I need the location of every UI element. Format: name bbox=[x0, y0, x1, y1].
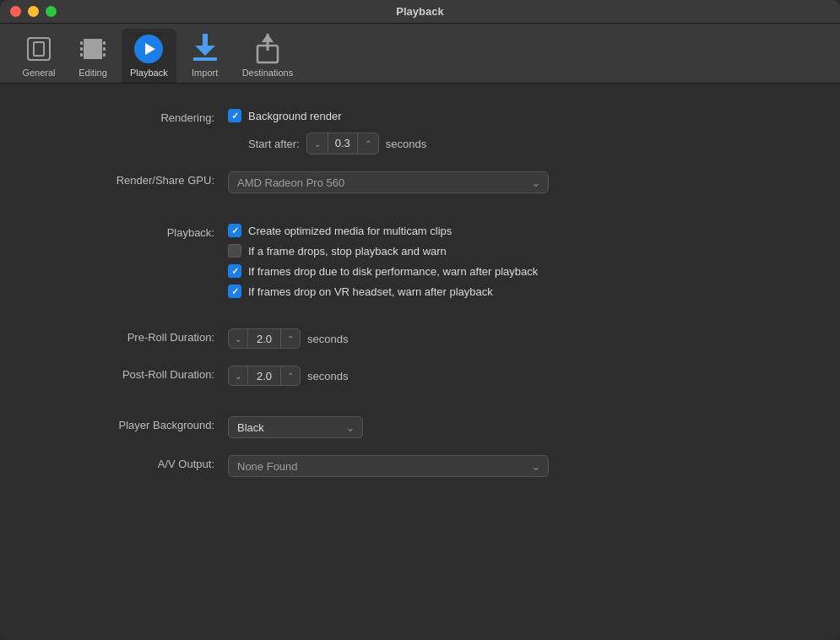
pre-roll-label: Pre-Roll Duration: bbox=[51, 328, 228, 344]
playback-options-row: Playback: Create optimized media for mul… bbox=[51, 224, 789, 298]
player-background-controls: Black bbox=[228, 416, 363, 438]
svg-rect-10 bbox=[103, 53, 106, 57]
toolbar: General Editing bbox=[0, 24, 840, 84]
render-gpu-label: Render/Share GPU: bbox=[51, 171, 228, 187]
pre-roll-value: 2.0 bbox=[247, 329, 281, 348]
rendering-controls: Background render Start after: ⌄ 0.3 ⌃ s… bbox=[228, 109, 426, 155]
start-after-label: Start after: bbox=[248, 138, 300, 150]
general-icon bbox=[24, 34, 54, 64]
av-output-controls: None Found bbox=[228, 455, 549, 477]
pre-roll-seconds: seconds bbox=[307, 333, 348, 345]
rendering-seconds-label: seconds bbox=[386, 138, 426, 150]
start-after-row: Start after: ⌄ 0.3 ⌃ seconds bbox=[248, 133, 426, 155]
pre-roll-duration-row: ⌄ 2.0 ⌃ seconds bbox=[228, 328, 349, 349]
playback-label: Playback bbox=[130, 68, 168, 78]
start-after-stepper[interactable]: ⌄ 0.3 ⌃ bbox=[306, 133, 379, 155]
post-roll-label: Post-Roll Duration: bbox=[51, 366, 228, 381]
svg-rect-4 bbox=[100, 39, 102, 59]
window-title: Playback bbox=[396, 5, 443, 18]
content-area: Rendering: Background render Start after… bbox=[0, 84, 840, 640]
rendering-row: Rendering: Background render Start after… bbox=[51, 109, 789, 155]
player-background-value: Black bbox=[237, 421, 264, 434]
editing-label: Editing bbox=[79, 68, 107, 78]
svg-rect-9 bbox=[103, 47, 106, 51]
svg-rect-8 bbox=[103, 41, 106, 45]
playback-checkbox-0[interactable] bbox=[228, 224, 241, 237]
share-box-icon bbox=[255, 34, 280, 64]
post-roll-increment[interactable]: ⌃ bbox=[281, 366, 300, 386]
pre-roll-controls: ⌄ 2.0 ⌃ seconds bbox=[228, 328, 349, 349]
import-download-icon bbox=[193, 34, 217, 64]
render-gpu-controls: AMD Radeon Pro 560 bbox=[228, 171, 549, 193]
editing-icon bbox=[78, 34, 108, 64]
start-after-value: 0.3 bbox=[328, 133, 358, 154]
general-toggle-icon bbox=[27, 37, 51, 61]
svg-rect-13 bbox=[193, 57, 217, 61]
toolbar-item-import[interactable]: Import bbox=[180, 29, 230, 83]
import-icon bbox=[190, 34, 220, 64]
minimize-button[interactable] bbox=[28, 6, 39, 17]
render-gpu-dropdown[interactable]: AMD Radeon Pro 560 bbox=[228, 171, 549, 193]
player-background-dropdown[interactable]: Black bbox=[228, 416, 363, 438]
pre-roll-decrement[interactable]: ⌄ bbox=[229, 328, 247, 349]
playback-option-label-0: Create optimized media for multicam clip… bbox=[248, 225, 452, 237]
svg-rect-11 bbox=[203, 34, 208, 47]
playback-icon bbox=[133, 34, 164, 64]
av-output-label: A/V Output: bbox=[51, 455, 228, 470]
pre-roll-row: Pre-Roll Duration: ⌄ 2.0 ⌃ seconds bbox=[51, 328, 789, 349]
playback-option-2: If frames drop due to disk performance, … bbox=[228, 264, 538, 278]
av-output-dropdown[interactable]: None Found bbox=[228, 455, 549, 477]
traffic-lights bbox=[10, 6, 57, 17]
playback-option-0: Create optimized media for multicam clip… bbox=[228, 224, 538, 237]
post-roll-seconds: seconds bbox=[307, 370, 348, 382]
svg-marker-12 bbox=[195, 46, 215, 56]
svg-rect-3 bbox=[84, 39, 85, 59]
pre-roll-stepper[interactable]: ⌄ 2.0 ⌃ bbox=[228, 328, 301, 349]
rendering-label: Rendering: bbox=[51, 109, 228, 124]
toolbar-item-general[interactable]: General bbox=[14, 29, 64, 83]
post-roll-stepper[interactable]: ⌄ 2.0 ⌃ bbox=[228, 366, 301, 386]
background-render-label: Background render bbox=[248, 110, 342, 122]
av-output-value: None Found bbox=[237, 460, 298, 473]
svg-marker-16 bbox=[262, 34, 274, 42]
playback-option-label-1: If a frame drops, stop playback and warn bbox=[248, 245, 447, 258]
play-circle-icon bbox=[134, 35, 163, 63]
svg-rect-6 bbox=[80, 47, 83, 51]
toolbar-item-destinations[interactable]: Destinations bbox=[234, 29, 302, 83]
toolbar-item-playback[interactable]: Playback bbox=[122, 29, 176, 83]
destinations-icon bbox=[252, 34, 283, 64]
post-roll-controls: ⌄ 2.0 ⌃ seconds bbox=[228, 366, 349, 386]
svg-rect-7 bbox=[80, 53, 83, 57]
window: Playback General bbox=[0, 0, 840, 640]
playback-options-controls: Create optimized media for multicam clip… bbox=[228, 224, 538, 298]
svg-rect-5 bbox=[80, 41, 83, 45]
playback-option-label-3: If frames drop on VR headset, warn after… bbox=[248, 285, 493, 298]
playback-checkbox-3[interactable] bbox=[228, 285, 241, 298]
general-label: General bbox=[22, 68, 55, 78]
post-roll-row: Post-Roll Duration: ⌄ 2.0 ⌃ seconds bbox=[51, 366, 789, 386]
background-render-row: Background render bbox=[228, 109, 426, 122]
playback-options-label: Playback: bbox=[51, 224, 228, 239]
playback-option-1: If a frame drops, stop playback and warn bbox=[228, 244, 538, 258]
background-render-checkbox[interactable] bbox=[228, 109, 241, 122]
render-gpu-row: Render/Share GPU: AMD Radeon Pro 560 bbox=[51, 171, 789, 193]
toolbar-item-editing[interactable]: Editing bbox=[68, 29, 118, 83]
av-output-row: A/V Output: None Found bbox=[51, 455, 789, 477]
pre-roll-increment[interactable]: ⌃ bbox=[281, 328, 300, 349]
title-bar: Playback bbox=[0, 0, 840, 24]
playback-checkbox-1[interactable] bbox=[228, 244, 241, 258]
playback-checkbox-2[interactable] bbox=[228, 264, 241, 278]
post-roll-value: 2.0 bbox=[247, 366, 281, 385]
render-gpu-value: AMD Radeon Pro 560 bbox=[237, 176, 344, 189]
player-background-row: Player Background: Black bbox=[51, 416, 789, 438]
maximize-button[interactable] bbox=[46, 6, 57, 17]
close-button[interactable] bbox=[10, 6, 21, 17]
post-roll-decrement[interactable]: ⌄ bbox=[229, 366, 247, 386]
start-after-decrement[interactable]: ⌄ bbox=[307, 133, 328, 154]
film-strip-icon bbox=[79, 39, 106, 59]
player-background-label: Player Background: bbox=[51, 416, 228, 431]
playback-option-3: If frames drop on VR headset, warn after… bbox=[228, 285, 538, 298]
post-roll-duration-row: ⌄ 2.0 ⌃ seconds bbox=[228, 366, 349, 386]
start-after-increment[interactable]: ⌃ bbox=[358, 133, 378, 154]
import-label: Import bbox=[192, 68, 218, 78]
